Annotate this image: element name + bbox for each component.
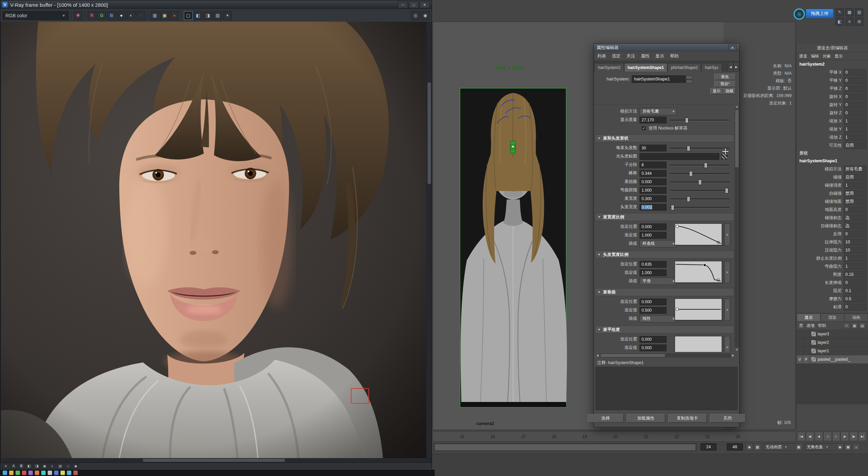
- slider-handle[interactable]: [704, 163, 707, 168]
- tab-hairSystemShape1[interactable]: hairSystemShape1: [624, 63, 667, 72]
- attribute-editor-titlebar[interactable]: 属性编辑器 ✕: [594, 44, 739, 52]
- slider-显示质量[interactable]: [670, 117, 729, 123]
- channel-value[interactable]: 0: [844, 101, 867, 109]
- scroll-left-icon[interactable]: ◀: [595, 353, 600, 358]
- channel-value[interactable]: 启用: [844, 174, 867, 181]
- checkbox-使用 Nucleus 解算器[interactable]: ✓: [641, 126, 646, 131]
- cbox-menu-通道[interactable]: 通道: [799, 53, 807, 59]
- enum-模拟方法[interactable]: 所有毛囊▼: [640, 108, 677, 115]
- close-icon[interactable]: ✕: [728, 45, 737, 51]
- vray-info-icon[interactable]: ◉: [421, 11, 430, 20]
- slider-handle[interactable]: [725, 188, 728, 193]
- ramp-expand-button[interactable]: >: [724, 299, 730, 321]
- scroll-up-icon[interactable]: ▲: [734, 104, 739, 109]
- load-image-icon[interactable]: ▣: [160, 11, 169, 20]
- range-slider-thumb[interactable]: [435, 444, 695, 450]
- channel-dropdown[interactable]: RGB color ▼: [2, 11, 69, 20]
- section-束和头发形状[interactable]: ▼束和头发形状: [595, 134, 734, 142]
- blue-channel-button[interactable]: B: [107, 11, 116, 20]
- layer-playback-cell[interactable]: [803, 339, 810, 346]
- channel-value[interactable]: 禁用: [844, 190, 867, 197]
- channel-value[interactable]: 0: [844, 85, 867, 92]
- map-field[interactable]: [640, 153, 719, 160]
- ae-menu-选定[interactable]: 选定: [612, 53, 621, 59]
- field-选定位置[interactable]: 0.635: [640, 261, 667, 268]
- channel-value[interactable]: 禁用: [844, 198, 867, 205]
- color-corrections-icon[interactable]: ✱: [74, 11, 82, 20]
- record-icon[interactable]: ●: [170, 11, 179, 20]
- grid-icon[interactable]: ▦: [845, 8, 853, 16]
- layer-visibility-cell[interactable]: V: [797, 356, 803, 363]
- vray-horizontal-scrollbar[interactable]: [1, 458, 426, 462]
- settings-icon[interactable]: ◎: [411, 11, 420, 20]
- channel-value[interactable]: 边: [844, 222, 867, 230]
- step-back-frame-button[interactable]: ◀|: [806, 432, 814, 441]
- slider-handle[interactable]: [687, 146, 690, 151]
- field-选定位置[interactable]: 0.000: [640, 223, 667, 230]
- button-复制选项卡[interactable]: 复制选项卡: [668, 414, 707, 423]
- button-关闭[interactable]: 关闭: [710, 414, 746, 423]
- info-strip-icon[interactable]: ▤: [57, 463, 64, 469]
- notes-textarea[interactable]: [596, 367, 738, 410]
- presets-button[interactable]: 预设*: [714, 81, 736, 87]
- taskbar-icon-9[interactable]: [54, 471, 58, 475]
- save-image-icon[interactable]: ▦: [150, 11, 159, 20]
- channel-value[interactable]: 0: [844, 206, 867, 213]
- ae-menu-帮助[interactable]: 帮助: [670, 53, 679, 59]
- layer-tab-显示[interactable]: 显示: [797, 313, 820, 322]
- character-set-dropdown[interactable]: 无角色集▼: [804, 443, 838, 451]
- field-弯曲跟随[interactable]: 1.000: [640, 187, 667, 194]
- field-稀释[interactable]: 0.344: [640, 170, 667, 177]
- new-layer-icon[interactable]: +: [843, 323, 850, 329]
- field-头发宽度[interactable]: 0.002: [640, 204, 667, 211]
- time-slider[interactable]: 15161718192021222324: [433, 431, 796, 442]
- taskbar-icon-4[interactable]: [22, 471, 26, 475]
- layer-color-swatch[interactable]: [811, 357, 816, 362]
- zoom-icon[interactable]: ○: [65, 463, 71, 469]
- channel-value[interactable]: 0: [844, 77, 867, 84]
- layer-visibility-cell[interactable]: [797, 330, 803, 338]
- panel-icon[interactable]: ◧: [836, 18, 844, 26]
- ramp-expand-button[interactable]: >: [724, 223, 730, 246]
- ramp-expand-button[interactable]: >: [724, 336, 730, 352]
- tab-scroll-right-icon[interactable]: ▶: [733, 62, 739, 72]
- compare-a-icon[interactable]: A: [10, 463, 17, 469]
- slider-束宽度[interactable]: [670, 196, 729, 201]
- tab-hairSys[interactable]: hairSys: [701, 63, 722, 72]
- section-束卷曲[interactable]: ▼束卷曲: [595, 288, 734, 296]
- white-balance-icon[interactable]: ◐: [49, 463, 56, 469]
- ramp-curve-widget[interactable]: [674, 336, 723, 352]
- split-vertical-icon[interactable]: ◨: [33, 463, 40, 469]
- auto-key-icon[interactable]: ◆: [746, 444, 753, 451]
- vray-titlebar[interactable]: V V-Ray frame buffer - [100% of 1400 x 2…: [0, 0, 432, 9]
- field-子分段[interactable]: 6: [640, 162, 667, 168]
- play-backwards-button[interactable]: ◁: [823, 432, 832, 441]
- step-back-key-button[interactable]: ◀: [815, 432, 823, 441]
- follow-mouse-icon[interactable]: ◧: [194, 11, 202, 20]
- enum-interp[interactable]: 样条线▼: [640, 240, 677, 247]
- list-mode-icon[interactable]: [686, 79, 693, 84]
- green-channel-button[interactable]: G: [97, 11, 106, 20]
- slider-束扭曲[interactable]: [670, 179, 729, 185]
- section-头发宽度比例[interactable]: ▼头发宽度比例: [595, 251, 734, 259]
- slider-handle[interactable]: [698, 180, 702, 185]
- scrollbar-thumb[interactable]: [428, 82, 431, 184]
- scrollbar-thumb[interactable]: [143, 459, 285, 462]
- ramp-expand-button[interactable]: >: [724, 261, 730, 283]
- taskbar-icon-2[interactable]: [9, 471, 14, 475]
- mute-icon[interactable]: ▣: [795, 444, 802, 451]
- button-加载属性[interactable]: 加载属性: [627, 414, 665, 423]
- slider-弯曲跟随[interactable]: [670, 188, 729, 193]
- tab-pfxHairShape2[interactable]: pfxHairShape2: [668, 63, 701, 72]
- channel-value[interactable]: 10: [844, 247, 867, 254]
- layer-tab-渲染[interactable]: 渲染: [820, 313, 844, 322]
- slider-子分段[interactable]: [670, 162, 729, 168]
- slider-头发宽度[interactable]: [670, 205, 729, 210]
- layer-visibility-cell[interactable]: [797, 347, 803, 355]
- enum-interp[interactable]: 平滑▼: [640, 278, 677, 285]
- pin-node-icon[interactable]: [686, 75, 693, 79]
- channel-value[interactable]: 1: [844, 263, 867, 270]
- ramp-curve-widget[interactable]: [674, 261, 723, 283]
- tab-hairSystem2[interactable]: hairSystem2: [595, 63, 624, 72]
- ae-menu-属性[interactable]: 属性: [641, 53, 650, 59]
